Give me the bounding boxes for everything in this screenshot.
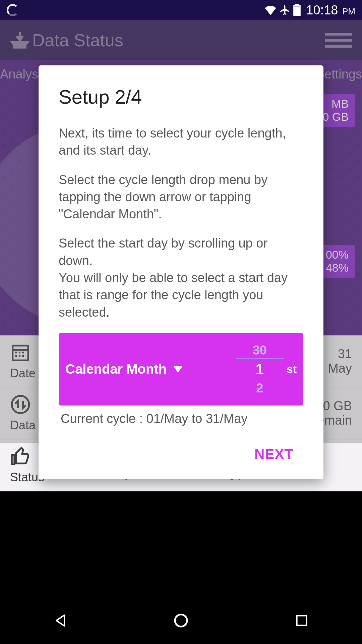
status-right: 10:18 PM <box>264 3 355 17</box>
svg-rect-1 <box>295 4 299 6</box>
clock-hours: 10:18 <box>306 3 338 17</box>
svg-rect-2 <box>294 6 300 7</box>
cycle-note: Current cycle : 01/May to 31/May <box>61 412 303 426</box>
svg-rect-13 <box>297 615 306 625</box>
status-bar: 10:18 PM <box>0 0 362 20</box>
start-day-spinner[interactable]: 30 1 2 <box>233 343 287 395</box>
app-mini-icon <box>7 4 19 16</box>
dialog-actions: NEXT <box>59 443 303 466</box>
wifi-icon <box>264 5 277 15</box>
status-left <box>7 4 19 16</box>
spinner-current: 1 <box>233 361 287 378</box>
dialog-para-3: Select the start day by scrolling up or … <box>59 235 303 321</box>
clock-ampm: PM <box>342 6 355 16</box>
system-nav-bar <box>0 597 362 644</box>
cycle-selector: Calendar Month 30 1 2 st <box>59 333 303 406</box>
spinner-prev: 30 <box>233 343 287 358</box>
screen: 10:18 PM Data Status Analysis Settings M… <box>0 0 362 644</box>
battery-icon <box>293 4 301 16</box>
dialog-para-1: Next, its time to select your cycle leng… <box>59 125 303 159</box>
airplane-icon <box>279 4 291 16</box>
svg-point-12 <box>175 614 187 627</box>
chevron-down-icon <box>173 366 183 373</box>
home-icon[interactable] <box>171 610 191 631</box>
dialog-para-2: Select the cycle length drop menu by tap… <box>59 171 303 223</box>
recent-icon[interactable] <box>292 610 312 631</box>
spinner-next: 2 <box>233 381 287 395</box>
dialog-title: Setup 2/4 <box>59 86 303 108</box>
back-icon[interactable] <box>50 610 70 631</box>
clock-time: 10:18 PM <box>306 3 355 17</box>
cycle-length-label: Calendar Month <box>65 362 167 377</box>
cycle-length-dropdown[interactable]: Calendar Month <box>65 362 233 377</box>
next-button[interactable]: NEXT <box>244 443 303 466</box>
setup-dialog: Setup 2/4 Next, its time to select your … <box>39 65 323 479</box>
day-suffix: st <box>287 363 297 376</box>
